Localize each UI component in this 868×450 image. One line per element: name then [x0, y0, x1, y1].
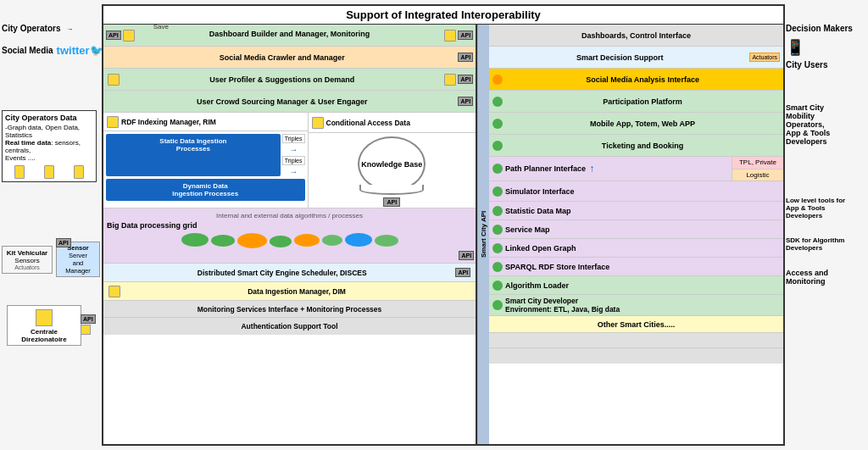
- right-auth-row: [489, 348, 783, 364]
- algorithm-loader-label: Algorithm Loader: [505, 281, 569, 290]
- user-profiler-row: User Profiler & Suggestions on Demand AP…: [103, 69, 476, 91]
- city-operators-data-box: City Operators Data -Graph data, Open Da…: [2, 110, 97, 182]
- rdf-label: RDF Indexing Manager, RIM: [121, 118, 216, 126]
- right-content: Dashboards, Control Interface Smart Deci…: [489, 25, 783, 444]
- up-arrow: ↑: [589, 163, 594, 175]
- static-ingestion-box[interactable]: Static Data IngestionProcesses: [106, 134, 281, 176]
- cylinder-icon-1: [14, 165, 25, 179]
- conditional-access-label: Conditional Access Data: [326, 119, 410, 127]
- rdf-row: RDF Indexing Manager, RIM: [103, 113, 308, 131]
- oval-1: [181, 233, 209, 247]
- path-planner-label: Path Planner Interface: [505, 164, 586, 173]
- city-operators-label: City Operators →: [2, 24, 73, 33]
- monitoring-row: Monitoring Services Interface + Monitori…: [103, 301, 476, 318]
- other-cities-row: Other Smart Cities.....: [489, 316, 783, 333]
- smart-city-api-label: Smart City API: [477, 25, 489, 444]
- sparql-label: SPARQL RDF Store Interface: [505, 263, 609, 271]
- knowledge-base-circle: Knowledge Base: [358, 136, 426, 192]
- smart-city-mobility-label: Smart CityMobilityOperators,App & ToolsD…: [786, 103, 866, 146]
- user-crowd-sourcing-row: User Crowd Sourcing Manager & User Engag…: [103, 91, 476, 113]
- cylinder-dim: [108, 286, 120, 297]
- big-data-section: Internal and external data algorithms / …: [103, 208, 476, 264]
- oval-2: [211, 235, 235, 247]
- green-dot-dev: [492, 300, 503, 310]
- api-tag-right-3: API: [458, 75, 473, 84]
- statistic-label: Statistic Data Map: [505, 207, 571, 215]
- actuators-tag: Actuators: [749, 53, 780, 62]
- dynamic-ingestion-box[interactable]: Dynamic DataIngestion Processes: [106, 179, 305, 201]
- smart-decision-label: Smart Decision Support: [492, 53, 747, 62]
- linked-open-graph-label: Linked Open Graph: [505, 244, 576, 253]
- city-operators-data-title: City Operators Data: [5, 114, 93, 122]
- triples-section: Triples → Triples →: [282, 134, 305, 176]
- kit-vehicular-box: Kit Vehicular Sensors Actuators: [2, 246, 53, 274]
- right-column: Smart City API Dashboards, Control Inter…: [477, 25, 783, 444]
- orange-dot-1: [492, 75, 503, 85]
- algorithm-loader-row: Algorithm Loader: [489, 276, 783, 295]
- cylinder-icon-3: [74, 165, 84, 179]
- right-monitoring-row: [489, 333, 783, 348]
- decision-makers-label: Decision Makers: [786, 24, 866, 33]
- middle-section: RDF Indexing Manager, RIM Static Data In…: [103, 113, 476, 208]
- oval-6: [322, 235, 342, 246]
- sensor-api-tag: API: [56, 237, 71, 247]
- big-data-internal-label: Internal and external data algorithms / …: [107, 212, 472, 219]
- dynamic-ingestion-section: Dynamic DataIngestion Processes: [103, 179, 308, 203]
- oval-3: [237, 233, 267, 248]
- smart-decision-row: Smart Decision Support Actuators: [489, 47, 783, 69]
- knowledge-base-label: Knowledge Base: [361, 160, 422, 169]
- social-media-label: Social Media twitter🐦 →: [2, 44, 114, 57]
- service-map-row: Service Map: [489, 220, 783, 239]
- oval-4: [270, 236, 292, 247]
- main-container: Support of Integrated Interoperability A…: [102, 4, 785, 446]
- dashboard-builder-label: Save Dashboard Builder and Manager, Moni…: [136, 30, 443, 38]
- tpl-item: TPL, Private: [732, 157, 783, 169]
- disces-row: Distributed Smart City Engine Scheduler,…: [103, 264, 476, 282]
- twitter-logo: twitter🐦: [57, 44, 103, 57]
- triples-label-1: Triples: [282, 134, 305, 143]
- right-labels: Decision Makers 📱 City Users Smart CityM…: [786, 24, 866, 286]
- green-dot-path: [492, 164, 503, 174]
- tpl-section: TPL, Private Logistic: [732, 157, 783, 181]
- mobile-app-label: Mobile App, Totem, Web APP: [505, 119, 780, 128]
- left-column: API Save Dashboard Builder and Manager, …: [103, 25, 477, 444]
- oval-5: [294, 234, 320, 247]
- path-planner-section: Path Planner Interface ↑ TPL, Private Lo…: [489, 157, 783, 181]
- green-dot-sparql: [492, 262, 503, 272]
- dashboards-control-row: Dashboards, Control Interface: [489, 25, 783, 47]
- conditional-access-row: Conditional Access Data: [309, 113, 476, 133]
- green-dot-1: [492, 97, 503, 107]
- smart-city-dev-row: Smart City DeveloperEnvironment: ETL, Ja…: [489, 295, 783, 316]
- triples-label-2: Triples: [282, 156, 305, 165]
- path-planner-box: Path Planner Interface ↑: [489, 157, 732, 181]
- green-dot-service: [492, 225, 503, 235]
- sparql-row: SPARQL RDF Store Interface: [489, 258, 783, 276]
- sdk-label: SDK for Algorithm Developers: [786, 236, 866, 252]
- linked-open-graph-row: Linked Open Graph: [489, 239, 783, 258]
- green-dot-2: [492, 119, 503, 129]
- social-media-crawler-label: Social Media Crawler and Manager: [106, 53, 458, 62]
- social-media-analysis-label: Social Media Analysis Interface: [505, 75, 780, 84]
- rdf-ingestion-section: RDF Indexing Manager, RIM Static Data In…: [103, 113, 309, 208]
- green-dot-3: [492, 141, 503, 151]
- api-tag-kb: API: [383, 197, 400, 207]
- smart-city-dev-label: Smart City DeveloperEnvironment: ETL, Ja…: [505, 297, 620, 314]
- green-dot-stat: [492, 206, 503, 216]
- centrale-box: Centrale Direzionatoire: [7, 305, 81, 346]
- participation-platform-row: Participation Platform: [489, 91, 783, 113]
- api-tag-right-4: API: [458, 97, 473, 106]
- dim-row: Data Ingestion Manager, DIM: [103, 282, 476, 301]
- green-dot-log: [492, 243, 503, 253]
- cylinder-4: [444, 74, 456, 86]
- green-dot-algo: [492, 281, 503, 291]
- knowledge-base-section: Knowledge Base: [309, 133, 476, 195]
- api-tag-right-2: API: [458, 53, 473, 62]
- cylinder-2: [444, 30, 456, 42]
- cylinder-icon-2: [44, 165, 54, 179]
- main-title: Support of Integrated Interoperability: [103, 6, 783, 25]
- access-monitoring-label: Access andMonitoring: [786, 269, 866, 286]
- big-data-grid-label: Big Data processing grid: [107, 221, 472, 230]
- mobile-app-row: Mobile App, Totem, Web APP: [489, 113, 783, 135]
- ticketing-booking-label: Ticketing and Booking: [505, 142, 780, 150]
- centrale-cylinder: [36, 309, 53, 326]
